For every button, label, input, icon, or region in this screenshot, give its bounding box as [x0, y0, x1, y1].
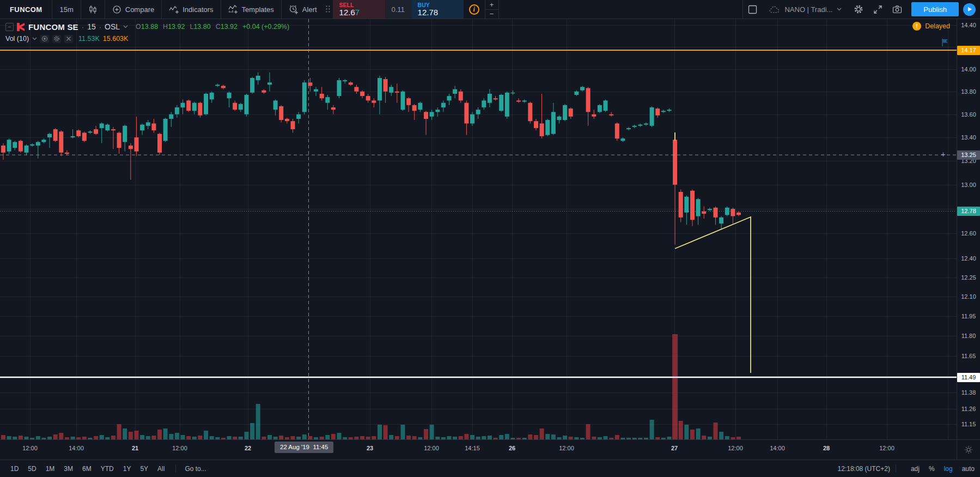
volume-bar	[117, 424, 121, 439]
chevron-down-icon[interactable]	[32, 37, 37, 40]
candle-body	[644, 124, 648, 125]
range-button-1y[interactable]: 1Y	[119, 463, 135, 474]
candle-body	[586, 88, 591, 112]
candle-body	[731, 209, 735, 216]
delayed-info-icon[interactable]: i	[469, 4, 479, 15]
time-axis[interactable]: 22 Aug '19 11:45 12:0014:002112:00222312…	[0, 439, 980, 460]
trade-panel-drag-handle[interactable]	[325, 5, 331, 14]
price-tick-label: 14.40	[957, 22, 980, 28]
price-axis[interactable]: 14.4014.0013.8013.6013.4013.2013.0012.60…	[957, 19, 980, 439]
volume-settings-button[interactable]	[52, 35, 61, 43]
candle-body	[702, 212, 706, 214]
volume-indicator-label[interactable]: Vol (10)	[5, 35, 29, 43]
indicators-button[interactable]: Indicators	[162, 0, 220, 19]
adjust-data-toggle[interactable]: adj	[911, 465, 920, 473]
volume-bar	[59, 433, 63, 439]
crosshair-add-alert-plus-icon[interactable]: +	[941, 149, 946, 159]
volume-bar	[198, 436, 202, 439]
last-price-label: 12.78	[957, 207, 980, 216]
alert-button[interactable]: Alert	[282, 0, 324, 19]
chart-properties-button[interactable]	[849, 0, 868, 19]
candle-body	[25, 146, 29, 153]
candle-body	[198, 103, 202, 116]
candle-body	[632, 126, 637, 127]
time-axis-label: 12:00	[163, 445, 196, 451]
candle-body	[140, 125, 144, 131]
orange-level-label: 14.17	[957, 46, 980, 55]
candle-body	[447, 96, 452, 100]
chart-pane[interactable]: − FUNCOM SE · 15 · OSL O13.88 H13.92 L13…	[0, 19, 957, 439]
volume-bar	[19, 436, 23, 439]
range-button-1d[interactable]: 1D	[7, 463, 22, 474]
symbol-search-button[interactable]: FUNCOM	[0, 0, 52, 19]
volume-bar	[464, 434, 468, 439]
price-tick-label: 12.40	[957, 255, 980, 262]
candle-body	[117, 133, 121, 148]
range-button-all[interactable]: All	[154, 463, 168, 474]
goto-date-button[interactable]: Go to...	[181, 463, 209, 474]
legend-exchange[interactable]: OSL	[105, 22, 120, 31]
volume-bar	[563, 436, 567, 439]
candle-body	[655, 108, 660, 116]
time-axis-label: 12:00	[719, 445, 752, 451]
decrease-button[interactable]: −	[485, 10, 498, 19]
percent-scale-toggle[interactable]: %	[929, 465, 935, 473]
volume-remove-button[interactable]	[64, 35, 73, 43]
templates-button[interactable]: Templates	[221, 0, 281, 19]
log-scale-toggle[interactable]: log	[944, 465, 953, 473]
replay-play-button[interactable]	[963, 3, 976, 16]
trend-line-drawing[interactable]	[675, 217, 751, 373]
candle-body	[76, 130, 81, 136]
time-axis-label: 12:00	[14, 445, 46, 451]
range-button-5d[interactable]: 5D	[24, 463, 40, 474]
range-button-3m[interactable]: 3M	[60, 463, 77, 474]
chevron-down-icon[interactable]	[123, 25, 128, 28]
snapshot-button[interactable]	[887, 0, 907, 19]
price-tick-label: 11.38	[957, 389, 980, 396]
range-button-ytd[interactable]: YTD	[97, 463, 118, 474]
candle-body	[210, 93, 214, 100]
candle-body	[215, 84, 220, 86]
price-tick-label: 12.25	[957, 274, 980, 281]
candle-body	[441, 103, 446, 107]
price-tick-label: 13.60	[957, 111, 980, 118]
legend-collapse-button[interactable]: −	[5, 23, 14, 31]
range-button-1m[interactable]: 1M	[42, 463, 59, 474]
buy-button[interactable]: BUY 12.78	[411, 0, 464, 19]
flag-icon	[942, 39, 949, 46]
candle-body	[378, 78, 382, 100]
compare-button[interactable]: Compare	[105, 0, 161, 19]
candlestick-chart[interactable]	[0, 19, 957, 439]
volume-bar	[505, 434, 509, 439]
cloud-icon	[769, 5, 780, 14]
candle-body	[360, 92, 364, 96]
auto-scale-toggle[interactable]: auto	[962, 465, 975, 473]
candle-body	[261, 90, 266, 93]
increase-button[interactable]: +	[485, 0, 498, 10]
candle-body	[598, 105, 602, 112]
flag-symbol-button[interactable]	[942, 39, 949, 46]
range-button-6m[interactable]: 6M	[78, 463, 95, 474]
volume-bar	[267, 435, 272, 439]
legend-symbol-name[interactable]: FUNCOM SE	[28, 22, 78, 32]
layout-button[interactable]	[743, 0, 762, 19]
interval-button[interactable]: 15m	[52, 0, 80, 19]
candle-body	[604, 100, 608, 111]
candle-body	[302, 82, 307, 112]
cloud-account-button[interactable]: NANO | Tradi...	[762, 0, 849, 19]
candle-body	[412, 105, 417, 111]
publish-button[interactable]: Publish	[911, 2, 959, 16]
delayed-data-badge[interactable]: ! Delayed	[912, 22, 950, 31]
candle-body	[534, 121, 538, 128]
candle-body	[719, 218, 723, 224]
candle-body	[667, 110, 672, 111]
clock-timezone[interactable]: 12:18:08 (UTC+2)	[838, 465, 890, 473]
chart-style-button[interactable]	[81, 0, 105, 19]
volume-visibility-button[interactable]	[40, 35, 49, 43]
compare-plus-icon	[112, 5, 121, 14]
range-button-5y[interactable]: 5Y	[136, 463, 152, 474]
price-tick-label: 12.60	[957, 230, 980, 237]
axis-settings-corner[interactable]	[957, 440, 980, 460]
fullscreen-button[interactable]	[868, 0, 887, 19]
sell-button[interactable]: SELL 12.67	[333, 0, 385, 19]
